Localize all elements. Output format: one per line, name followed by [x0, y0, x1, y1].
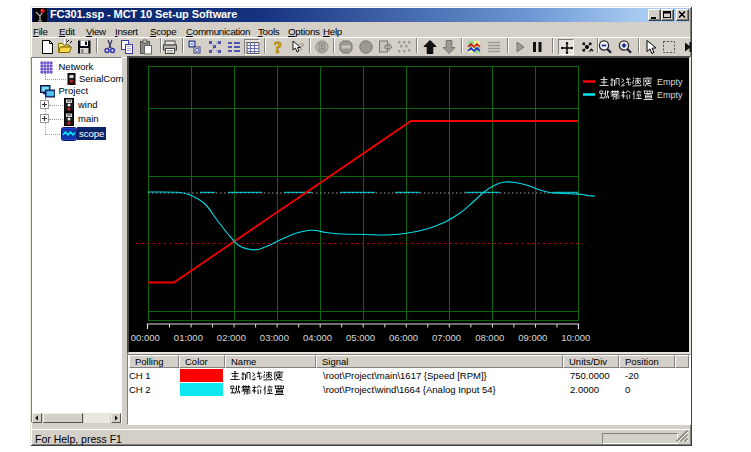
svg-text:07:000: 07:000 — [432, 332, 461, 343]
svg-text:01:000: 01:000 — [174, 332, 203, 343]
svg-text:10:000: 10:000 — [561, 332, 590, 343]
svg-text:04:000: 04:000 — [303, 332, 332, 343]
svg-text:00:000: 00:000 — [131, 332, 160, 343]
svg-text:03:000: 03:000 — [260, 332, 289, 343]
svg-text:?: ? — [274, 39, 282, 55]
svg-text:O: O — [194, 47, 199, 53]
svg-text:08:000: 08:000 — [475, 332, 504, 343]
svg-text:02:000: 02:000 — [217, 332, 246, 343]
svg-text:?: ? — [299, 40, 305, 52]
svg-text:09:000: 09:000 — [518, 332, 547, 343]
svg-text:05:000: 05:000 — [346, 332, 375, 343]
svg-text:06:000: 06:000 — [389, 332, 418, 343]
svg-text:Empty: Empty — [657, 90, 683, 100]
svg-text:Empty: Empty — [657, 77, 683, 87]
